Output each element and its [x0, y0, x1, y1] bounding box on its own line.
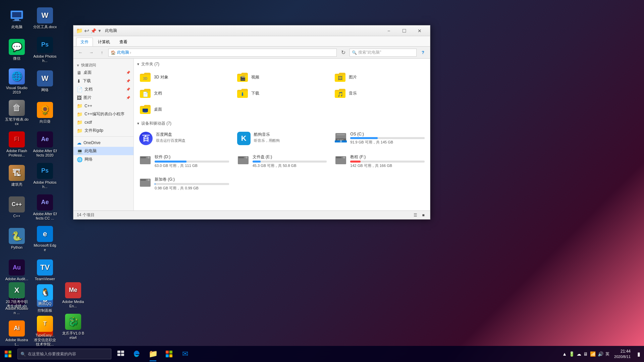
details-view-button[interactable]: ■: [420, 212, 427, 219]
folder-item-music[interactable]: 🎵 音乐: [331, 86, 427, 101]
forward-button[interactable]: →: [87, 48, 96, 57]
sidebar-item-downloads[interactable]: ⬇ 下载 📌: [73, 77, 133, 85]
svg-rect-2: [14, 19, 19, 20]
drive-item-e[interactable]: 文件盘 (E:) 45.3 GB 可用，共 50.8 GB: [234, 152, 330, 171]
f-info: 教程 (F:) 142 GB 可用，共 166 GB: [350, 154, 425, 168]
desktop-icon-photoshop[interactable]: Ps Adobe Photosh...: [32, 35, 58, 65]
drive-item-g[interactable]: 新加卷 (G:) 0.98 GB 可用，共 0.99 GB: [137, 174, 232, 194]
desktop-icon-longzhua[interactable]: 🐉 龙爪手V1.0 Beta4: [60, 312, 87, 342]
desktop-icon-ae2020[interactable]: Ae Adobe After Effects 2020: [32, 129, 58, 160]
maximize-button[interactable]: ☐: [396, 25, 412, 36]
desktop-icon-network[interactable]: 🌐 Visual Studio 2019: [3, 66, 30, 97]
sidebar-item-pictures[interactable]: 🖼 图片 📌: [73, 94, 133, 102]
sidebar-item-thispc[interactable]: 💻 此电脑: [73, 147, 133, 155]
desktop-icon-wubiword[interactable]: W 网络: [32, 66, 58, 97]
close-button[interactable]: ✕: [412, 25, 427, 36]
back-button[interactable]: ←: [76, 48, 85, 57]
status-bar: 14 个项目 ☰ ■: [73, 210, 430, 219]
folder-item-3d[interactable]: 3D 3D 对象: [137, 70, 232, 84]
cxdf-icon-sidebar: 📁: [77, 120, 83, 125]
dropdown-btn[interactable]: ▼: [98, 28, 102, 33]
taskbar-app-store[interactable]: [161, 346, 177, 362]
desktop-icon-partition[interactable]: W 分区工具.docx: [32, 3, 58, 34]
taskbar-search-placeholder: 在这里输入你要搜索的内容: [28, 351, 76, 357]
breadcrumb-thispc[interactable]: 此电脑: [117, 50, 129, 55]
folder-item-video[interactable]: 🎬 视频: [234, 70, 330, 84]
folder-item-pictures[interactable]: 🖼 图片: [331, 70, 427, 84]
systray-volume[interactable]: 🔊: [598, 351, 603, 357]
tab-view[interactable]: 查看: [115, 38, 132, 46]
svg-text:📄: 📄: [143, 92, 149, 97]
drive-item-d[interactable]: 软件 (D:) 63.0 GB 可用，共 111 GB: [137, 152, 232, 171]
sidebar-item-network[interactable]: 🌐 网络: [73, 155, 133, 164]
desktop-icon-adobeps[interactable]: Ps Adobe Photosh...: [32, 161, 58, 191]
up-button[interactable]: ↑: [98, 48, 106, 57]
folder-item-desktop[interactable]: 桌面: [137, 102, 232, 117]
taskbar-app-edge[interactable]: [129, 346, 145, 362]
desktop-icon-edge[interactable]: e Microsoft Edge: [32, 224, 58, 254]
taskbar-app-mail[interactable]: ✉: [177, 346, 193, 362]
c-bar-inner: [350, 137, 378, 139]
sidebar-item-documents[interactable]: 📄 文档 📌: [73, 85, 133, 94]
desktop-icon-thispc[interactable]: 此电脑: [3, 3, 30, 34]
breadcrumb-chevron: ›: [130, 50, 131, 55]
sidebar-item-cpp-tutorial[interactable]: 📁 C++编写的表白小程序: [73, 110, 133, 118]
taskbar-app-taskview[interactable]: [113, 346, 129, 362]
desktop-icon-typeeasy[interactable]: T TypeEasy...: [32, 312, 58, 342]
systray-screen[interactable]: 🖥: [583, 351, 588, 357]
sidebar-item-cxdf[interactable]: 📁 cxdf: [73, 118, 133, 126]
folder-video-icon: 🎬: [236, 72, 249, 82]
quick-access-header[interactable]: ▼ 快速访问: [73, 61, 133, 68]
folder-item-downloads[interactable]: ⬇ 下载: [234, 86, 330, 101]
desktop-icon-flash[interactable]: Fl Adobe Flash Professi...: [3, 129, 30, 160]
drive-item-baidu[interactable]: 百 百度网盘 双击运行百度网盘: [137, 129, 232, 149]
quick-access-btn[interactable]: ↩: [84, 27, 89, 35]
address-input[interactable]: 🏠 此电脑 ›: [108, 49, 337, 57]
systray-cloud[interactable]: ☁: [577, 351, 581, 357]
folder-item-documents[interactable]: 📄 文档: [137, 86, 232, 101]
drive-item-kugou[interactable]: K 酷狗音乐 听音乐，用酷狗: [234, 129, 330, 149]
systray-network[interactable]: 📶: [590, 351, 596, 357]
c-info: OS (C:) 91.9 GB 可用，共 145 GB: [350, 132, 425, 145]
systray-expand[interactable]: ▲: [562, 351, 567, 357]
tab-file[interactable]: 文件: [76, 38, 93, 46]
svg-text:3D: 3D: [143, 77, 148, 80]
taskbar-clock[interactable]: 21:44 2020/8/11: [611, 349, 633, 359]
desktop-icon-python[interactable]: 🐍 Python: [3, 224, 30, 254]
drive-item-c[interactable]: ⊞ OS (C:) 91.9 GB 可用，共 145 GB: [332, 129, 427, 149]
taskbar-search-box[interactable]: 🔍 在这里输入你要搜索的内容: [17, 349, 111, 359]
tab-computer[interactable]: 计算机: [94, 38, 114, 46]
drives-section-header[interactable]: ▼ 设备和驱动器 (7): [137, 121, 427, 126]
systray-battery[interactable]: 🔋: [569, 351, 575, 357]
svg-rect-33: [5, 354, 8, 357]
desktop-icon-mediaenc[interactable]: Me Adobe Media En...: [60, 280, 87, 310]
refresh-button[interactable]: ↻: [339, 48, 347, 57]
sidebar-item-cpp[interactable]: 📁 C++: [73, 102, 133, 110]
sidebar-item-onedrive[interactable]: ☁ OneDrive: [73, 139, 133, 147]
taskbar-notification[interactable]: ▮: [633, 346, 644, 362]
folders-section-header[interactable]: ▼ 文件夹 (7): [137, 61, 427, 67]
svg-rect-34: [8, 354, 11, 357]
desktop-icon-wechat[interactable]: 💬 微信: [3, 35, 30, 65]
minimize-button[interactable]: −: [381, 25, 396, 36]
list-view-button[interactable]: ☰: [412, 212, 419, 219]
start-button[interactable]: [0, 346, 16, 362]
sidebar-item-desktop[interactable]: 🖥 桌面 📌: [73, 68, 133, 77]
sidebar-item-wenjian[interactable]: 📁 文件和gdp: [73, 126, 133, 135]
desktop-icon-recycle[interactable]: 🗑 五笔字根表.docx: [3, 98, 30, 128]
desktop-icon-qq[interactable]: 🐧 腾讯QQ: [32, 280, 58, 310]
desktop-icon-excel[interactable]: X 20.7统考中职考生成绩.xls: [3, 280, 30, 310]
search-box[interactable]: 🔍 搜索"此电脑": [350, 49, 417, 57]
systray-lang[interactable]: 英: [605, 351, 609, 357]
desktop-icon-diary[interactable]: 🌻 向日葵: [32, 98, 58, 128]
kugou-sub: 听音乐，用酷狗: [254, 138, 327, 143]
taskbar-app-explorer[interactable]: 📁: [145, 346, 161, 362]
drive-item-f[interactable]: 教程 (F:) 142 GB 可用，共 166 GB: [332, 152, 427, 171]
kugou-name: 酷狗音乐: [254, 132, 327, 137]
pin-btn[interactable]: 📌: [91, 28, 96, 34]
desktop-icon-cpp[interactable]: C++ C++: [3, 192, 30, 223]
help-button[interactable]: ?: [419, 48, 427, 57]
sidebar: ▼ 快速访问 🖥 桌面 📌 ⬇ 下载 📌 📄 文档 📌 🖼 图片 �: [73, 59, 134, 210]
desktop-icon-jianzhu[interactable]: 🏗 建筑亮: [3, 161, 30, 191]
desktop-icon-aecc[interactable]: Ae Adobe After Effects CC ...: [32, 192, 58, 223]
